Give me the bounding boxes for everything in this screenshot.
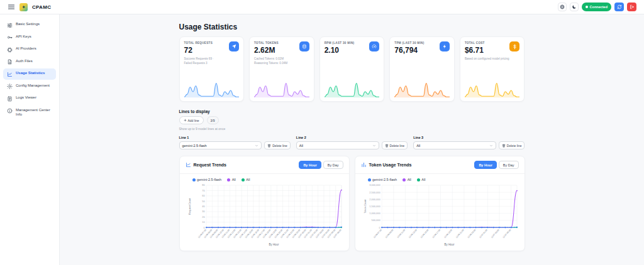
stat-card-sparkline [325, 82, 380, 98]
svg-text:50: 50 [202, 200, 205, 203]
sidebar-item-usage-statistics[interactable]: Usage Statistics [3, 68, 56, 80]
legend-item-all[interactable]: All [227, 178, 236, 181]
line-select-group-2: Line 2AllDelete line [296, 136, 408, 149]
refresh-icon [617, 4, 622, 9]
lines-panel-hint: Show up to 9 model lines at once [179, 127, 525, 131]
toggle-by-hour-button[interactable]: By Hour [299, 161, 321, 169]
legend-dot-icon [402, 178, 406, 181]
legend-item-all[interactable]: All [417, 178, 426, 181]
stat-cards-row: TOTAL REQUESTS72Success Requests 69 ·Fai… [179, 36, 525, 102]
stat-card-sparkline [465, 82, 520, 98]
stat-card-subtext: Failed Requests 3 [184, 61, 240, 65]
stat-card-tpm-last-30-min: TPM (LAST 30 MIN)76,794 [389, 36, 455, 102]
sidebar-item-auth-files[interactable]: Auth Files [3, 57, 56, 68]
bolt-icon [440, 41, 450, 51]
delete-line-2-button[interactable]: Delete line [382, 141, 408, 149]
trash-icon [267, 144, 271, 148]
sidebar-item-label: API Keys [16, 35, 31, 40]
sliders-icon [7, 23, 13, 28]
chart-legend: gemini-2.5-flashAllAll [362, 178, 521, 181]
svg-text:12-06 23:00: 12-06 23:00 [467, 229, 476, 239]
lines-panel-title: Lines to display [179, 109, 525, 114]
line-select-label: Line 1 [179, 136, 291, 139]
chevron-down-icon [255, 144, 258, 148]
delete-line-3-button[interactable]: Delete line [499, 141, 525, 149]
svg-text:12-06 21:00: 12-06 21:00 [455, 229, 464, 239]
app-shell: Basic SettingsAPI KeysAI ProvidersAuth F… [0, 14, 644, 265]
svg-text:12-07 05:00: 12-07 05:00 [502, 229, 511, 239]
line-selects-row: Line 1gemini-2.5-flashDelete lineLine 2A… [179, 136, 525, 149]
app-root: ✦ CPAMC Connected [0, 0, 644, 265]
svg-text:12-06 15:00: 12-06 15:00 [419, 229, 429, 239]
legend-item-gemini-2-5-flash[interactable]: gemini-2.5-flash [192, 178, 222, 181]
stat-card-sparkline [254, 82, 309, 98]
svg-text:1,000,000: 1,000,000 [369, 212, 380, 215]
select-value: All [299, 144, 303, 148]
add-line-button[interactable]: Add line [179, 116, 204, 124]
logs-icon [7, 96, 13, 102]
legend-item-all[interactable]: All [242, 178, 250, 181]
legend-item-gemini-2-5-flash[interactable]: gemini-2.5-flash [368, 178, 397, 181]
legend-dot-icon [242, 178, 245, 181]
stat-card-subtext: Success Requests 69 · [184, 57, 240, 61]
chart-plot-token-usage-trends: 0500,0001,000,0001,500,0002,000,0002,500… [362, 182, 521, 248]
svg-text:By Hour: By Hour [444, 243, 454, 246]
sidebar-item-label: Basic Settings [16, 22, 40, 27]
gauge-icon [369, 41, 379, 51]
chevron-down-icon [372, 144, 376, 148]
toggle-by-day-button[interactable]: By Day [323, 161, 343, 169]
sidebar-item-config-management[interactable]: Config Management [3, 81, 56, 92]
toggle-by-day-button[interactable]: By Day [499, 161, 519, 169]
chip-icon [7, 47, 13, 53]
sidebar-item-basic-settings[interactable]: Basic Settings [3, 19, 56, 31]
svg-text:2,000,000: 2,000,000 [369, 198, 380, 201]
chart-legend: gemini-2.5-flashAllAll [186, 178, 345, 181]
chevron-down-icon [489, 144, 493, 148]
trash-icon [502, 144, 506, 148]
moon-icon [572, 4, 577, 9]
refresh-button[interactable] [614, 3, 624, 11]
trash-icon [385, 144, 389, 148]
logout-icon [630, 4, 635, 9]
line-3-model-select[interactable]: All [413, 141, 496, 149]
line-1-model-select[interactable]: gemini-2.5-flash [179, 141, 262, 149]
bar-chart-icon [361, 162, 367, 168]
stat-card-subtext: Reasoning Tokens: 0.04M [254, 61, 309, 65]
svg-text:60: 60 [202, 194, 205, 197]
chart-title: Request Trends [194, 163, 227, 167]
send-icon [229, 41, 239, 51]
svg-text:80: 80 [202, 183, 205, 187]
svg-text:Token Count: Token Count [363, 199, 366, 214]
sidebar-item-label: Usage Statistics [16, 71, 45, 76]
header-actions: Connected [558, 3, 636, 11]
svg-text:1,500,000: 1,500,000 [369, 205, 380, 208]
lines-to-display-panel: Lines to display Add line 3/9 Show up to… [179, 109, 525, 149]
sidebar-item-logs-viewer[interactable]: Logs Viewer [3, 93, 56, 104]
chart-line-icon [186, 162, 191, 168]
line-2-model-select[interactable]: All [296, 141, 379, 149]
toggle-by-hour-button[interactable]: By Hour [474, 161, 496, 169]
theme-toggle-button[interactable] [570, 3, 579, 11]
logout-button[interactable] [627, 3, 636, 11]
page-title: Usage Statistics [179, 23, 525, 31]
sidebar-item-label: Config Management [16, 84, 50, 89]
svg-text:By Hour: By Hour [269, 243, 279, 246]
svg-text:12-06 17:00: 12-06 17:00 [431, 229, 441, 239]
legend-label: All [232, 178, 236, 181]
stat-card-subtext: Cached Tokens: 0.02M [254, 57, 309, 61]
line-select-label: Line 2 [296, 136, 408, 139]
brand: ✦ CPAMC [8, 3, 51, 11]
sidebar-item-management-center-info[interactable]: Management Center Info [3, 105, 56, 120]
menu-icon[interactable] [8, 3, 15, 11]
delete-line-label: Delete line [390, 144, 405, 148]
connected-status-button[interactable]: Connected [582, 3, 611, 11]
line-select-label: Line 3 [413, 136, 525, 139]
delete-line-label: Delete line [272, 144, 287, 148]
gear-icon [7, 84, 13, 89]
delete-line-1-button[interactable]: Delete line [264, 141, 291, 149]
legend-item-all[interactable]: All [402, 178, 411, 181]
sidebar-item-ai-providers[interactable]: AI Providers [3, 44, 56, 55]
language-globe-button[interactable] [558, 3, 567, 11]
sidebar-item-api-keys[interactable]: API Keys [3, 32, 56, 43]
lines-count-badge: 3/9 [207, 116, 219, 124]
